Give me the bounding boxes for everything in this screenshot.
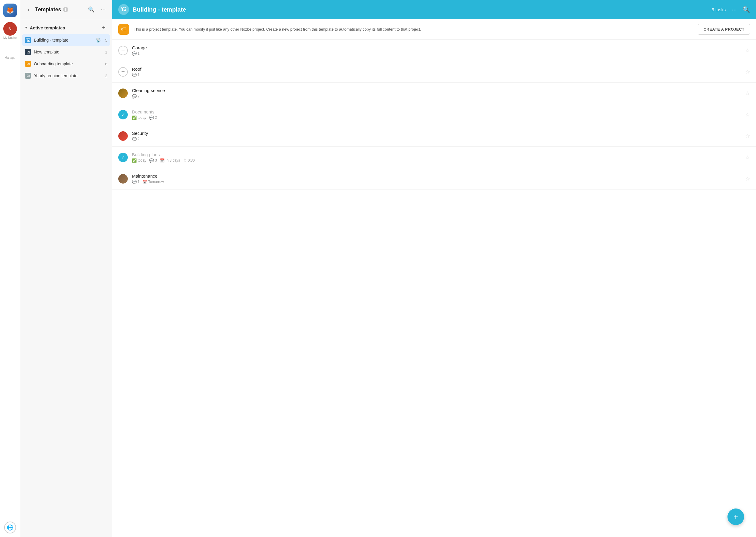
topbar-tasks: 5 tasks [712,7,726,12]
icon-bar: 🦊 N My Nozbe ⋯ Manage 🌐 [0,0,20,537]
task-body-garage: Garage 💬 1 [132,45,741,56]
task-body-building-plans: Building plans ✅ today 💬 3 📅 In 3 days [132,152,741,163]
comment-count-building-plans: 3 [155,158,157,162]
task-checkbox-roof[interactable]: + [118,67,128,77]
search-button[interactable]: 🔍 [86,5,96,14]
task-list: + Garage 💬 1 ☆ + Roof 💬 1 [112,40,756,537]
task-body-documents: Documents ✅ today 💬 2 [132,109,741,120]
task-item-roof: + Roof 💬 1 ☆ [112,61,756,83]
count-onboarding: 6 [103,62,107,66]
calendar-icon-maintenance: 📅 [143,180,148,184]
sidebar-item-yearly-reunion[interactable]: 🗂 Yearly reunion template 2 [22,70,110,82]
task-meta-security: 💬 2 [132,137,741,142]
item-label-building: Building - template [34,38,93,42]
comment-count-security: 2 [138,137,140,141]
my-nozbe-group: N My Nozbe [3,22,17,39]
section-header: ▼ Active templates + [20,19,112,34]
rss-icon-building: 📡 [96,38,101,42]
sidebar-title: Templates i [35,7,84,13]
task-avatar-maintenance [118,174,128,184]
section-title: Active templates [30,25,98,30]
info-bar-icon: 🏷 [118,24,129,35]
calendar-icon-building-plans: 📅 [160,158,165,163]
task-name-cleaning: Cleaning service [132,88,741,93]
task-meta-building-plans: ✅ today 💬 3 📅 In 3 days ⏱ 0:30 [132,158,741,163]
clock-icon-building-plans: ⏱ [183,158,187,163]
back-button[interactable]: ‹ [24,5,33,14]
count-new: 1 [103,50,107,54]
comment-icon-documents: 💬 [149,115,154,120]
task-name-garage: Garage [132,45,741,50]
meta-today-documents: ✅ today [132,115,146,120]
info-bar: 🏷 This is a project template. You can mo… [112,19,756,40]
sidebar-item-onboarding[interactable]: 🗂 Onboarding template 6 [22,58,110,70]
task-checkbox-building-plans[interactable]: ✓ [118,153,128,162]
item-icon-building: 🏗 [25,37,31,43]
task-item-cleaning: Cleaning service 💬 2 ☆ [112,83,756,104]
manage-icon[interactable]: ⋯ [3,42,17,56]
task-checkbox-garage[interactable]: + [118,46,128,55]
star-maintenance[interactable]: ☆ [745,176,750,182]
meta-date-maintenance: 📅 Tomorrow [143,180,164,184]
star-roof[interactable]: ☆ [745,68,750,75]
star-documents[interactable]: ☆ [745,111,750,118]
my-nozbe-avatar[interactable]: N [3,22,17,36]
comment-count-documents: 2 [155,115,157,120]
sidebar-item-building-template[interactable]: 🏗 Building - template 📡 5 [22,34,110,46]
globe-icon[interactable]: 🌐 [4,521,16,533]
meta-today-building-plans: ✅ today [132,158,146,163]
meta-comments-cleaning: 💬 2 [132,94,140,99]
task-name-building-plans: Building plans [132,152,741,157]
comment-icon-building-plans: 💬 [149,158,154,163]
topbar-search-button[interactable]: 🔍 [743,6,750,13]
comment-count-roof: 1 [138,73,140,77]
sidebar-header: ‹ Templates i 🔍 ⋯ [20,0,112,19]
create-project-button[interactable]: CREATE A PROJECT [698,24,750,35]
comment-icon-maintenance: 💬 [132,180,137,184]
item-icon-yearly: 🗂 [25,73,31,79]
comment-icon-roof: 💬 [132,73,137,77]
manage-label: Manage [4,56,15,60]
item-icon-onboarding: 🗂 [25,61,31,67]
task-checkbox-documents[interactable]: ✓ [118,110,128,119]
task-name-maintenance: Maintenance [132,174,741,179]
star-cleaning[interactable]: ☆ [745,90,750,97]
task-meta-cleaning: 💬 2 [132,94,741,99]
add-template-button[interactable]: + [100,23,108,32]
star-garage[interactable]: ☆ [745,47,750,54]
task-item-maintenance: Maintenance 💬 1 📅 Tomorrow ☆ [112,168,756,189]
task-name-security: Security [132,131,741,136]
task-body-roof: Roof 💬 1 [132,66,741,77]
item-label-new: New template [34,50,100,54]
meta-time-building-plans: ⏱ 0:30 [183,158,195,163]
comment-count-cleaning: 2 [138,94,140,98]
my-nozbe-label: My Nozbe [3,36,17,39]
meta-comments-roof: 💬 1 [132,73,140,77]
count-building: 5 [103,38,107,42]
comment-count-maintenance: 1 [138,180,140,184]
meta-date-building-plans: 📅 In 3 days [160,158,180,163]
fab-add-button[interactable]: + [728,509,744,525]
time-building-plans: 0:30 [188,158,195,162]
task-meta-documents: ✅ today 💬 2 [132,115,741,120]
count-yearly: 2 [103,74,107,78]
task-body-cleaning: Cleaning service 💬 2 [132,88,741,99]
check-icon-building-plans: ✅ [132,158,137,163]
more-button[interactable]: ⋯ [98,5,108,14]
sidebar-item-new-template[interactable]: 🗂 New template 1 [22,46,110,58]
company-logo[interactable]: 🦊 [3,4,17,17]
task-item-documents: ✓ Documents ✅ today 💬 2 ☆ [112,104,756,125]
task-avatar-cleaning [118,89,128,98]
task-avatar-security [118,131,128,141]
topbar-template-icon: 🏗 [118,4,129,15]
task-name-roof: Roof [132,66,741,71]
comment-icon-garage: 💬 [132,51,137,56]
date-maintenance: Tomorrow [148,180,164,184]
task-meta-maintenance: 💬 1 📅 Tomorrow [132,180,741,184]
meta-comments-security: 💬 2 [132,137,140,142]
star-security[interactable]: ☆ [745,133,750,139]
topbar-more-button[interactable]: ··· [729,5,739,14]
info-icon[interactable]: i [63,7,68,12]
date-building-plans: In 3 days [165,158,180,162]
star-building-plans[interactable]: ☆ [745,154,750,161]
